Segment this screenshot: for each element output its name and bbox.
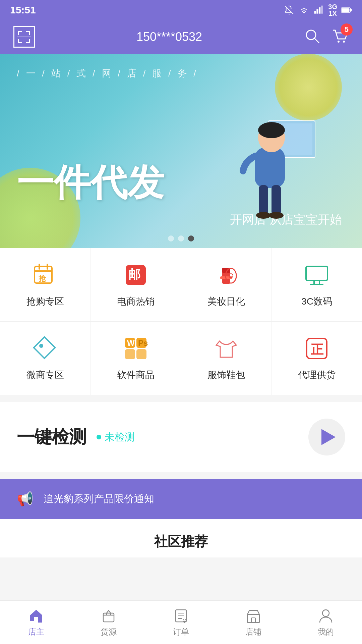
box-icon [101, 608, 117, 624]
scan-button[interactable] [13, 26, 35, 48]
mute-icon [284, 5, 295, 15]
scan-icon [17, 30, 31, 44]
banner-dot-3[interactable] [188, 235, 194, 241]
svg-rect-60 [247, 614, 259, 623]
search-button[interactable] [304, 28, 321, 46]
category-wechat-label: 微商专区 [26, 369, 64, 381]
svg-rect-26 [272, 185, 281, 215]
nav-home[interactable]: 店主 [0, 601, 72, 644]
wechat-zone-icon [32, 335, 59, 362]
svg-point-28 [269, 212, 284, 219]
svg-rect-10 [29, 31, 30, 35]
shop-icon [245, 608, 261, 624]
svg-rect-2 [319, 7, 320, 14]
nav-order[interactable]: ¥ 订单 [145, 601, 217, 644]
svg-text:正: 正 [311, 342, 324, 357]
banner-dot-2[interactable] [178, 235, 184, 241]
category-clothing[interactable]: 服饰鞋包 [181, 322, 272, 395]
svg-rect-6 [342, 8, 350, 12]
status-icons: 3G1X [284, 3, 352, 17]
category-software-label: 软件商品 [117, 369, 155, 381]
clothing-icon [213, 335, 240, 362]
user-phone: 150****0532 [136, 30, 202, 44]
nav-home-label: 店主 [28, 627, 44, 637]
category-grid: 抢 抢购专区 邮 电商热销 美妆日化 3C数码 [0, 248, 362, 395]
svg-rect-54 [103, 613, 114, 622]
app-header: 150****0532 5 [0, 20, 362, 54]
status-time: 15:51 [10, 4, 36, 16]
svg-rect-12 [18, 39, 19, 43]
nav-source[interactable]: 货源 [72, 601, 145, 644]
nav-shop[interactable]: 店铺 [217, 601, 290, 644]
order-icon: ¥ [173, 608, 189, 624]
svg-text:抢: 抢 [38, 274, 46, 283]
banner-dots [168, 235, 194, 241]
notice-banner[interactable]: 📢 追光豹系列产品限价通知 [0, 479, 362, 519]
svg-rect-0 [314, 11, 316, 14]
nav-mine-label: 我的 [318, 627, 334, 637]
category-flash-sale-label: 抢购专区 [26, 295, 64, 308]
svg-point-27 [256, 212, 271, 219]
network-type: 3G1X [328, 3, 337, 17]
svg-point-18 [338, 41, 340, 43]
search-icon [304, 28, 321, 45]
banner: / 一 / 站 / 式 / 网 / 店 / 服 / 务 / 一件代发 开网店 从… [0, 54, 362, 248]
speaker-icon: 📢 [17, 491, 34, 507]
detection-section: 一键检测 未检测 [0, 402, 362, 472]
svg-point-19 [343, 41, 345, 43]
svg-rect-5 [351, 9, 352, 11]
category-flash-sale[interactable]: 抢 抢购专区 [0, 248, 90, 322]
svg-rect-25 [259, 185, 268, 215]
banner-dot-1[interactable] [168, 235, 174, 241]
svg-rect-22 [255, 148, 285, 188]
category-clothing-label: 服饰鞋包 [207, 369, 245, 381]
person-icon [318, 608, 334, 624]
beauty-icon [213, 262, 240, 288]
svg-rect-51 [136, 349, 146, 359]
ecom-hot-icon: 邮 [122, 262, 149, 288]
nav-source-label: 货源 [101, 627, 117, 637]
svg-rect-14 [29, 39, 30, 43]
banner-top-text: / 一 / 站 / 式 / 网 / 店 / 服 / 务 / [17, 67, 198, 80]
svg-text:Ps: Ps [138, 338, 148, 347]
detection-title: 一键检测 [17, 425, 86, 449]
category-ecom-hot[interactable]: 邮 电商热销 [90, 248, 181, 322]
cart-button[interactable]: 5 [331, 28, 349, 46]
svg-rect-41 [306, 266, 327, 280]
banner-person [235, 94, 322, 228]
svg-point-16 [306, 30, 316, 40]
detection-status-dot [97, 435, 101, 439]
home-icon [28, 608, 44, 624]
svg-rect-15 [17, 37, 31, 37]
svg-text:W: W [127, 338, 135, 347]
category-3c[interactable]: 3C数码 [272, 248, 362, 322]
software-icon: W Ps [122, 335, 149, 362]
svg-text:邮: 邮 [128, 267, 140, 281]
agency-icon: 正 [303, 335, 330, 362]
nav-order-label: 订单 [173, 627, 189, 637]
detection-status: 未检测 [97, 430, 135, 444]
category-software[interactable]: W Ps 软件商品 [90, 322, 181, 395]
signal-icon [313, 5, 324, 15]
notice-text: 追光豹系列产品限价通知 [44, 492, 154, 506]
category-wechat[interactable]: 微商专区 [0, 322, 90, 395]
detection-play-button[interactable] [308, 419, 345, 455]
svg-point-45 [39, 344, 43, 348]
wifi-icon [299, 5, 309, 15]
category-3c-label: 3C数码 [301, 295, 332, 308]
cart-badge: 5 [341, 23, 353, 36]
svg-point-24 [258, 122, 285, 138]
battery-icon [341, 5, 352, 15]
svg-rect-50 [125, 349, 135, 359]
flash-sale-icon: 抢 [32, 262, 59, 288]
header-actions: 5 [304, 28, 349, 46]
category-agency[interactable]: 正 代理供货 [272, 322, 362, 395]
category-beauty[interactable]: 美妆日化 [181, 248, 272, 322]
svg-rect-3 [321, 6, 323, 14]
detection-status-text: 未检测 [105, 430, 135, 444]
category-beauty-label: 美妆日化 [207, 295, 245, 308]
svg-rect-61 [251, 618, 255, 623]
svg-text:¥: ¥ [183, 619, 186, 624]
nav-mine[interactable]: 我的 [290, 601, 362, 644]
svg-rect-1 [317, 9, 318, 13]
